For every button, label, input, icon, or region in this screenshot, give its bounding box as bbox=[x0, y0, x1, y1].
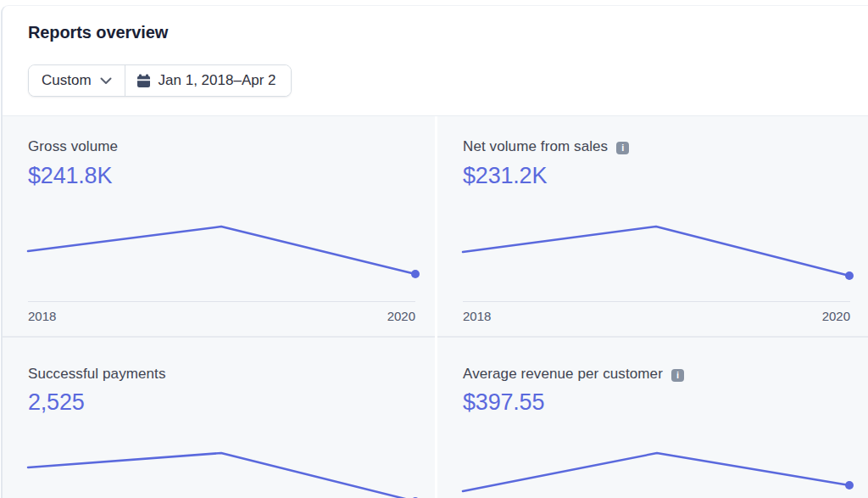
x-axis-line bbox=[28, 301, 415, 302]
metric-card-gross-volume[interactable]: Gross volume $241.8K 2018 2020 bbox=[3, 116, 435, 338]
date-range-label: Jan 1, 2018–Apr 2 bbox=[159, 72, 276, 89]
x-axis-line bbox=[463, 301, 850, 302]
metric-header: Average revenue per customer i bbox=[463, 366, 684, 383]
x-axis-label-end: 2020 bbox=[822, 309, 850, 323]
line-chart bbox=[28, 422, 415, 498]
metric-value: $397.55 bbox=[463, 389, 544, 416]
calendar-icon bbox=[136, 74, 151, 88]
date-range-button[interactable]: Jan 1, 2018–Apr 2 bbox=[125, 65, 291, 96]
metric-title: Gross volume bbox=[28, 138, 118, 155]
line-chart bbox=[28, 215, 415, 288]
x-axis-label-start: 2018 bbox=[28, 309, 56, 323]
range-type-label: Custom bbox=[42, 72, 92, 89]
info-icon[interactable]: i bbox=[616, 142, 629, 154]
metric-header: Successful payments bbox=[28, 366, 166, 383]
metric-title: Net volume from sales bbox=[463, 138, 608, 155]
metric-card-net-volume[interactable]: Net volume from sales i $231.2K 2018 202… bbox=[437, 116, 868, 338]
line-chart bbox=[463, 422, 850, 498]
page-title: Reports overview bbox=[28, 23, 168, 42]
range-type-button[interactable]: Custom bbox=[29, 65, 125, 96]
date-range-control: Custom Jan 1, 2018–Apr 2 bbox=[28, 64, 292, 97]
metric-value: $241.8K bbox=[28, 163, 112, 189]
info-icon[interactable]: i bbox=[671, 369, 684, 382]
metric-title: Average revenue per customer bbox=[463, 366, 663, 383]
chevron-down-icon bbox=[100, 77, 112, 85]
metric-card-average-revenue[interactable]: Average revenue per customer i $397.55 bbox=[437, 338, 868, 498]
line-chart bbox=[463, 215, 850, 288]
metric-header: Net volume from sales i bbox=[463, 138, 629, 155]
x-axis-labels: 2018 2020 bbox=[28, 309, 415, 323]
metrics-grid: Gross volume $241.8K 2018 2020 Net volum… bbox=[3, 115, 868, 498]
reports-overview-panel: Reports overview Custom Jan 1, 2018–Apr … bbox=[0, 0, 868, 498]
x-axis-labels: 2018 2020 bbox=[463, 309, 850, 323]
metric-card-successful-payments[interactable]: Successful payments 2,525 bbox=[3, 338, 435, 498]
metric-value: 2,525 bbox=[28, 389, 85, 416]
x-axis-label-end: 2020 bbox=[387, 309, 415, 323]
metric-header: Gross volume bbox=[28, 138, 118, 155]
x-axis-label-start: 2018 bbox=[463, 309, 491, 323]
metric-title: Successful payments bbox=[28, 366, 166, 383]
metric-value: $231.2K bbox=[463, 163, 547, 189]
